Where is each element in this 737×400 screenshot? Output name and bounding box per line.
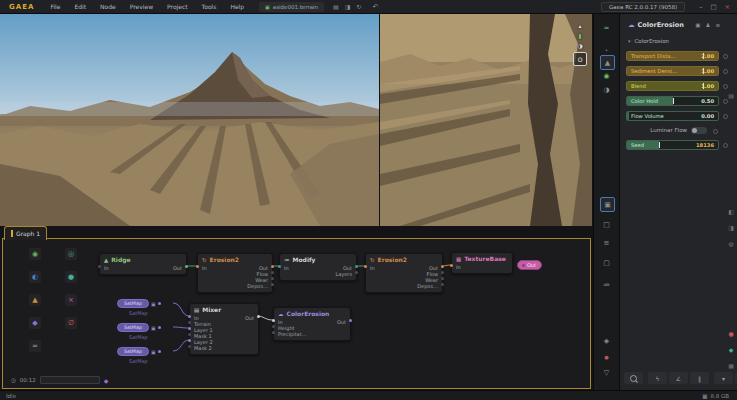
prop-blend[interactable]: Blend 1.00	[626, 81, 719, 91]
node-erosion2-a[interactable]: ↻Erosion2 InOut Flow Wear Depos…	[197, 253, 273, 293]
out-port-dot[interactable]	[441, 265, 444, 268]
in-port-dot[interactable]	[272, 319, 275, 322]
node-colorerosion[interactable]: ☁ColorErosion InOut Height Precipitat…	[273, 307, 351, 341]
flask-icon[interactable]: ▽	[600, 366, 613, 379]
palette-output-icon[interactable]: ∅	[65, 317, 77, 329]
prop-flow-volume[interactable]: Flow Volume 0.00	[626, 111, 719, 121]
view-3d-icon[interactable]: ▲	[600, 55, 615, 70]
mask1-port-dot[interactable]	[188, 333, 191, 336]
notebook-icon[interactable]: ▣	[600, 197, 615, 212]
dropdown-button[interactable]: ▾	[714, 372, 733, 384]
flow-port-dot[interactable]	[271, 271, 274, 274]
link-dot[interactable]	[723, 84, 728, 89]
quality-icon[interactable]: ▮	[578, 32, 581, 39]
terrain-port-dot[interactable]	[188, 321, 191, 324]
link-dot[interactable]	[723, 69, 728, 74]
menu-preview[interactable]: Preview	[123, 3, 160, 10]
prop-transport-distance[interactable]: Transport Dista… 2.00	[626, 51, 719, 61]
section-header[interactable]: ▾ ColorErosion	[628, 38, 737, 44]
collapse-chevron-icon[interactable]: ▴	[578, 22, 581, 29]
texturebase-out-pill[interactable]: Out	[517, 260, 542, 270]
graph-tab[interactable]: Graph 1	[4, 226, 47, 240]
build-icon[interactable]: ▤	[333, 3, 339, 10]
out-port-dot[interactable]	[271, 265, 274, 268]
palette-modify-icon[interactable]: ▲	[29, 294, 41, 306]
render-mode-button[interactable]: O	[573, 52, 587, 66]
edge-record-icon[interactable]: ●	[727, 330, 735, 337]
menu-tools[interactable]: Tools	[195, 3, 224, 10]
link-dot[interactable]	[723, 114, 728, 119]
menu-file[interactable]: File	[43, 3, 67, 10]
menu-icon[interactable]: ≡	[715, 22, 720, 28]
height-port-dot[interactable]	[272, 325, 275, 328]
beaker-icon[interactable]: ◆	[104, 377, 109, 384]
palette-surface-icon[interactable]: ●	[65, 271, 77, 283]
lighting-icon[interactable]: ◉	[600, 69, 613, 82]
prop-sediment-density[interactable]: Sediment Densi… 1.00	[626, 66, 719, 76]
flow-port-dot[interactable]	[441, 271, 444, 274]
out-port-dot[interactable]	[185, 265, 188, 268]
history-icon[interactable]: ↻	[356, 3, 361, 10]
in-port-dot[interactable]	[98, 265, 101, 268]
sliders-icon[interactable]: ≔	[600, 278, 613, 291]
node-ridge[interactable]: ▲Ridge InOut	[99, 253, 187, 275]
luminar-flow-toggle[interactable]	[691, 127, 707, 134]
build-progress-bar[interactable]	[40, 376, 100, 384]
link-dot[interactable]	[713, 129, 718, 134]
layer2-port-dot[interactable]	[188, 339, 191, 342]
in-port-dot[interactable]	[364, 265, 367, 268]
node-erosion2-b[interactable]: ↻Erosion2 InOut Flow Wear Depos…	[365, 253, 443, 293]
portal-out-dot[interactable]	[158, 350, 161, 353]
portal-out-dot[interactable]	[158, 302, 161, 305]
link-dot[interactable]	[723, 99, 728, 104]
in-port-dot[interactable]	[196, 265, 199, 268]
edge-sphere-icon[interactable]: ◍	[727, 240, 735, 247]
slider-handle[interactable]	[659, 142, 660, 148]
measure-button[interactable]: ∠	[669, 372, 688, 384]
out-port-dot[interactable]	[349, 319, 352, 322]
prop-color-hold[interactable]: Color Hold 0.50	[626, 96, 719, 106]
edge-panel-left-icon[interactable]: ◧	[727, 208, 735, 215]
search-button[interactable]	[624, 372, 643, 384]
portal-satmap-3[interactable]: SatMap ▣	[117, 347, 161, 356]
record-icon[interactable]: ●	[600, 350, 613, 363]
terrain-3d-viewport[interactable]	[0, 14, 379, 226]
portal-satmap-2[interactable]: SatMap ▣	[117, 323, 161, 332]
gem-icon[interactable]: ◈	[600, 334, 613, 347]
terrain-layers-icon[interactable]: ≈	[600, 21, 613, 34]
contrast-icon[interactable]: ◑	[577, 42, 582, 49]
copy-icon[interactable]: ▣	[151, 301, 156, 307]
palette-terrain-icon[interactable]: ◎	[65, 248, 77, 260]
quick-build-button[interactable]: ϟ	[648, 372, 667, 384]
edge-grid-icon[interactable]: ▦	[727, 362, 735, 369]
portal-out-dot[interactable]	[158, 326, 161, 329]
slider-handle[interactable]	[673, 98, 674, 104]
deposits-port-dot[interactable]	[441, 283, 444, 286]
out-port-dot[interactable]	[257, 315, 260, 318]
edge-gem-icon[interactable]: ◆	[727, 346, 735, 353]
in-port-dot[interactable]	[188, 315, 191, 318]
copy-icon[interactable]: ▣	[151, 349, 156, 355]
terrain-top-viewport[interactable]: ▴ ▮ ◑ O	[380, 14, 592, 226]
panel-icon[interactable]: □	[600, 218, 613, 231]
undo-icon[interactable]: ↶	[372, 3, 378, 11]
out-port-dot[interactable]	[355, 265, 358, 268]
minimize-button[interactable]: –	[699, 3, 702, 11]
close-button[interactable]: ×	[725, 3, 730, 11]
in-port-dot[interactable]	[278, 265, 281, 268]
menu-node[interactable]: Node	[93, 3, 123, 10]
node-graph-canvas[interactable]: ◉ ◎ ◐ ● ▲ × ◆ ∅ ≈ ▲Ridge InOut	[3, 239, 590, 388]
layer1-port-dot[interactable]	[188, 327, 191, 330]
cube-icon[interactable]: ▢	[600, 256, 613, 269]
palette-simulate-icon[interactable]: ◐	[29, 271, 41, 283]
palette-primitive-icon[interactable]: ◉	[29, 248, 41, 260]
menu-edit[interactable]: Edit	[67, 3, 93, 10]
wear-port-dot[interactable]	[271, 277, 274, 280]
link-dot[interactable]	[723, 143, 728, 148]
palette-derive-icon[interactable]: ×	[65, 294, 77, 306]
node-modify[interactable]: ≔Modify InOut Layers	[279, 253, 357, 281]
palette-colorize-icon[interactable]: ◆	[29, 317, 41, 329]
shading-icon[interactable]: ◑	[600, 83, 613, 96]
prop-seed[interactable]: Seed 18136	[626, 140, 719, 150]
user-icon[interactable]: ♟	[705, 22, 710, 28]
